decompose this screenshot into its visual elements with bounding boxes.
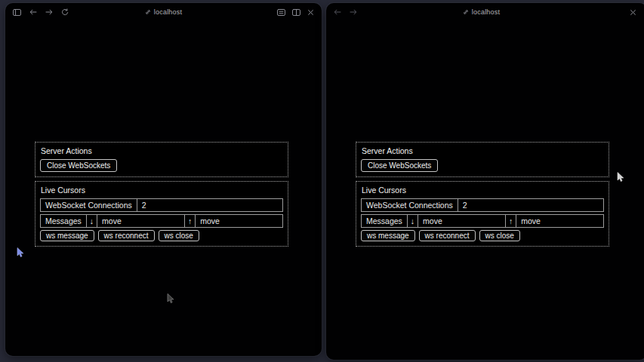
page-title: localhost [472,8,500,16]
reader-panel-icon[interactable] [277,9,285,16]
close-icon[interactable] [307,9,314,16]
last-sent-message: move [516,215,603,227]
live-cursors-legend: Live Cursors [41,186,283,195]
titlebar[interactable]: localhost [326,3,644,21]
desktop: { "desktop": { "background_color": "#272… [0,0,644,362]
window-controls [277,3,314,21]
ws-buttons-row: ws message ws reconnect ws close [361,230,604,241]
last-received-message: move [97,215,185,227]
address-display[interactable]: localhost [5,3,322,21]
window-controls [630,3,636,21]
arrow-down-icon: ↓ [408,215,418,227]
messages-row: Messages ↓ move ↑ move [361,214,604,228]
live-cursors-legend: Live Cursors [362,186,604,195]
arrow-up-icon: ↑ [185,215,196,227]
live-cursors-group: Live Cursors WebSocket Connections 2 Mes… [35,181,288,247]
ws-close-button[interactable]: ws close [479,230,520,241]
ws-buttons-row: ws message ws reconnect ws close [40,230,283,241]
connections-value: 2 [137,199,282,211]
server-actions-legend: Server Actions [41,146,283,155]
connections-row: WebSocket Connections 2 [361,198,604,212]
connections-label: WebSocket Connections [362,199,458,211]
messages-row: Messages ↓ move ↑ move [40,214,283,228]
page-content: Server Actions Close WebSockets Live Cur… [35,142,288,247]
split-view-icon[interactable] [292,9,300,16]
page-title: localhost [154,8,182,16]
live-cursors-group: Live Cursors WebSocket Connections 2 Mes… [356,181,609,247]
connections-value: 2 [458,199,603,211]
ws-reconnect-button[interactable]: ws reconnect [98,230,155,241]
server-actions-legend: Server Actions [362,146,604,155]
link-icon [145,9,151,15]
last-sent-message: move [196,215,282,227]
address-display[interactable]: localhost [326,3,636,21]
connections-row: WebSocket Connections 2 [40,198,283,212]
ws-message-button[interactable]: ws message [40,230,94,241]
server-actions-group: Server Actions Close WebSockets [35,142,288,177]
messages-label: Messages [362,215,408,227]
connections-label: WebSocket Connections [41,199,137,211]
ws-reconnect-button[interactable]: ws reconnect [419,230,476,241]
ws-close-button[interactable]: ws close [159,230,199,241]
titlebar[interactable]: localhost [5,3,322,21]
browser-window-right: localhost Server Actions Close WebSocket… [326,3,644,360]
last-received-message: move [418,215,506,227]
server-actions-group: Server Actions Close WebSockets [356,142,609,177]
close-websockets-button[interactable]: Close WebSockets [361,159,438,172]
arrow-down-icon: ↓ [87,215,97,227]
ws-message-button[interactable]: ws message [361,230,415,241]
messages-label: Messages [41,215,87,227]
browser-window-left: localhost Server Actions Close WebSocket… [5,3,322,356]
arrow-up-icon: ↑ [506,215,516,227]
close-websockets-button[interactable]: Close WebSockets [40,159,117,172]
close-icon[interactable] [630,9,636,16]
page-content: Server Actions Close WebSockets Live Cur… [356,142,609,247]
link-icon [463,9,469,15]
